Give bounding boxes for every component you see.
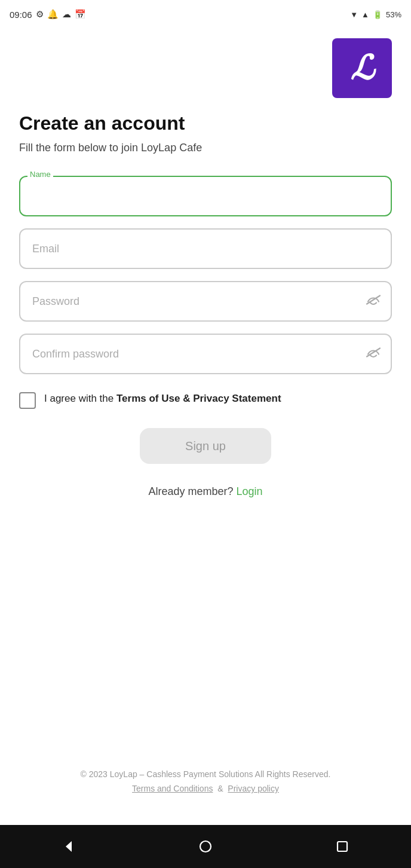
signup-button[interactable]: Sign up	[140, 428, 271, 464]
name-label: Name	[27, 170, 53, 179]
terms-label: I agree with the Terms of Use & Privacy …	[44, 391, 281, 407]
time: 09:06	[10, 10, 32, 20]
name-field-container: Name	[19, 176, 392, 216]
terms-bold: Terms of Use & Privacy Statement	[116, 393, 281, 404]
svg-rect-2	[338, 842, 347, 851]
page-subtitle: Fill the form below to join LoyLap Cafe	[19, 142, 392, 154]
privacy-policy-link[interactable]: Privacy policy	[228, 784, 279, 793]
nav-bar	[0, 825, 411, 868]
password-field-container	[19, 281, 392, 322]
battery-icon: 🔋	[373, 10, 382, 19]
cloud-icon: ☁	[62, 9, 71, 20]
nav-home-button[interactable]	[191, 832, 220, 861]
terms-checkbox[interactable]	[19, 392, 36, 409]
footer: © 2023 LoyLap – Cashless Payment Solutio…	[19, 768, 392, 806]
confirm-password-field-container	[19, 334, 392, 374]
signal-icon: ▲	[361, 10, 369, 19]
email-input[interactable]	[19, 228, 392, 269]
password-visibility-toggle[interactable]	[366, 295, 381, 308]
app-logo: ℒ	[332, 38, 392, 98]
name-input[interactable]	[19, 176, 392, 216]
already-member: Already member? Login	[19, 485, 392, 498]
nav-recent-button[interactable]	[327, 832, 357, 861]
notification-icon: 🔔	[47, 9, 59, 20]
already-member-text: Already member?	[148, 485, 233, 497]
logo-letter: ℒ	[350, 51, 374, 85]
calendar-icon: 📅	[75, 9, 86, 20]
svg-point-1	[200, 841, 211, 852]
signup-btn-container: Sign up	[19, 428, 392, 464]
confirm-password-visibility-toggle[interactable]	[366, 347, 381, 361]
logo-container: ℒ	[19, 38, 392, 98]
svg-marker-0	[66, 841, 72, 852]
wifi-icon: ▼	[350, 10, 358, 19]
login-link[interactable]: Login	[237, 485, 263, 497]
nav-back-button[interactable]	[54, 832, 84, 861]
terms-and-conditions-link[interactable]: Terms and Conditions	[132, 784, 213, 793]
footer-copyright: © 2023 LoyLap – Cashless Payment Solutio…	[81, 769, 331, 779]
password-input[interactable]	[19, 281, 392, 322]
status-left: 09:06 ⚙ 🔔 ☁ 📅	[10, 9, 86, 20]
status-bar: 09:06 ⚙ 🔔 ☁ 📅 ▼ ▲ 🔋 53%	[0, 0, 411, 29]
footer-and: &	[217, 784, 223, 793]
status-right: ▼ ▲ 🔋 53%	[350, 10, 401, 19]
page-title: Create an account	[19, 112, 392, 135]
settings-icon: ⚙	[36, 9, 44, 20]
terms-checkbox-row: I agree with the Terms of Use & Privacy …	[19, 391, 392, 409]
battery-percent: 53%	[386, 10, 401, 19]
confirm-password-input[interactable]	[19, 334, 392, 374]
email-field-container	[19, 228, 392, 269]
main-content: ℒ Create an account Fill the form below …	[0, 29, 411, 825]
